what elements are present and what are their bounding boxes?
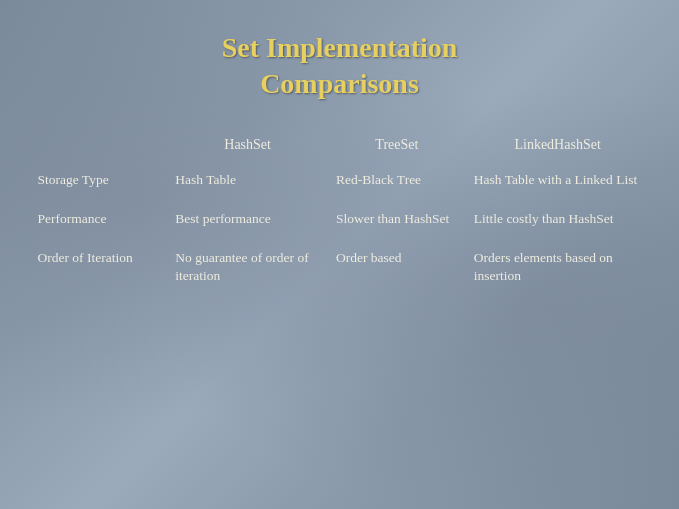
cell-linked-performance: Little costly than HashSet bbox=[466, 200, 650, 239]
header-treeset: TreeSet bbox=[328, 133, 466, 161]
page-title: Set Implementation Comparisons bbox=[222, 30, 458, 103]
comparison-table-wrapper: HashSet TreeSet LinkedHashSet Storage Ty… bbox=[20, 133, 660, 297]
row-label-storage: Storage Type bbox=[30, 161, 168, 200]
cell-linked-storage: Hash Table with a Linked List bbox=[466, 161, 650, 200]
cell-hashset-iteration: No guarantee of order of iteration bbox=[167, 239, 328, 297]
cell-treeset-storage: Red-Black Tree bbox=[328, 161, 466, 200]
cell-treeset-iteration: Order based bbox=[328, 239, 466, 297]
cell-treeset-performance: Slower than HashSet bbox=[328, 200, 466, 239]
cell-linked-iteration: Orders elements based on insertion bbox=[466, 239, 650, 297]
row-label-performance: Performance bbox=[30, 200, 168, 239]
comparison-table: HashSet TreeSet LinkedHashSet Storage Ty… bbox=[30, 133, 650, 297]
table-row: Storage Type Hash Table Red-Black Tree H… bbox=[30, 161, 650, 200]
header-linkedhashset: LinkedHashSet bbox=[466, 133, 650, 161]
table-row: Performance Best performance Slower than… bbox=[30, 200, 650, 239]
cell-hashset-storage: Hash Table bbox=[167, 161, 328, 200]
row-label-iteration: Order of Iteration bbox=[30, 239, 168, 297]
header-empty bbox=[30, 133, 168, 161]
page-container: Set Implementation Comparisons HashSet T… bbox=[0, 0, 679, 509]
table-row: Order of Iteration No guarantee of order… bbox=[30, 239, 650, 297]
header-hashset: HashSet bbox=[167, 133, 328, 161]
cell-hashset-performance: Best performance bbox=[167, 200, 328, 239]
